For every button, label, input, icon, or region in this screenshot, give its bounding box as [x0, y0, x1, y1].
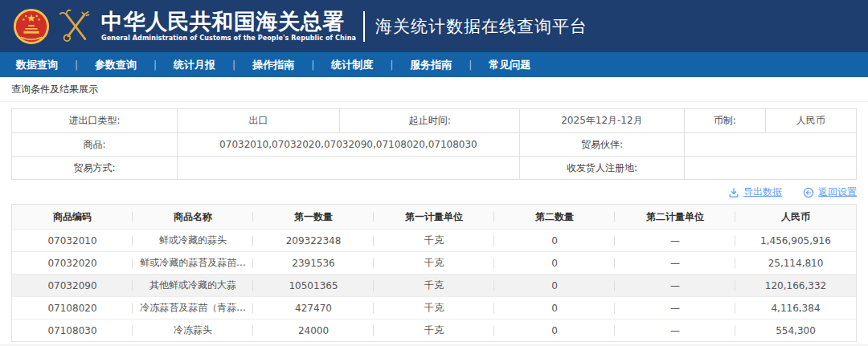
condition-value-commodity: 07032010,07032020,07032090,07108020,0710… — [178, 133, 520, 156]
nav-separator: | — [469, 59, 472, 71]
column-header-rmb: 人民币 — [735, 205, 856, 229]
condition-value-registration-place — [685, 157, 856, 179]
return-back-icon — [803, 187, 814, 198]
nav-item-operation-guide[interactable]: 操作指南 — [252, 58, 294, 72]
column-header-second-unit: 第二计量单位 — [615, 205, 735, 229]
condition-row: 商品: 07032010,07032020,07032090,07108020,… — [12, 132, 856, 156]
query-conditions-table: 进出口类型: 出口 起止时间: 2025年12月-12月 币制: 人民币 商品:… — [11, 108, 857, 180]
cell-commodity-name: 冷冻蒜头 — [133, 320, 253, 341]
nav-separator: | — [154, 59, 157, 71]
condition-label-time-range: 起止时间: — [340, 109, 520, 132]
app-header: 中华人民共和国海关总署 General Administration of Cu… — [0, 0, 868, 52]
platform-title: 海关统计数据在线查询平台 — [375, 15, 588, 38]
nav-item-data-query[interactable]: 数据查询 — [16, 58, 58, 72]
table-row[interactable]: 07032010 鲜或冷藏的蒜头 209322348 千克 0 — 1,456,… — [12, 229, 856, 251]
cell-commodity-name: 鲜或冷藏的蒜苔及蒜苗... — [133, 252, 253, 274]
condition-value-trade-mode — [178, 157, 520, 179]
column-header-commodity-name: 商品名称 — [133, 205, 253, 229]
results-toolbar: 导出数据 返回设置 — [11, 184, 857, 201]
cell-first-unit: 千克 — [374, 275, 494, 296]
condition-value-trade-partner — [685, 133, 856, 156]
column-header-second-quantity: 第二数量 — [494, 205, 615, 229]
cell-first-unit: 千克 — [374, 297, 494, 319]
org-name-english: General Administration of Customs of the… — [101, 35, 356, 42]
export-data-label: 导出数据 — [743, 185, 782, 199]
download-icon — [728, 187, 739, 198]
cell-second-quantity: 0 — [494, 275, 615, 296]
nav-separator: | — [311, 59, 314, 71]
table-row[interactable]: 07108030 冷冻蒜头 24000 千克 0 — 554,300 — [12, 319, 856, 341]
return-settings-label: 返回设置 — [818, 185, 857, 199]
cell-commodity-name: 鲜或冷藏的蒜头 — [133, 230, 253, 251]
nav-item-monthly-report[interactable]: 统计月报 — [174, 58, 215, 72]
condition-value-time-range: 2025年12月-12月 — [520, 109, 685, 132]
cell-commodity-code: 07032090 — [12, 275, 133, 296]
customs-emblem-icon — [58, 7, 93, 46]
cell-rmb: 1,456,905,916 — [735, 230, 856, 251]
cell-commodity-code: 07032020 — [12, 252, 133, 274]
cell-first-quantity: 2391536 — [253, 252, 374, 274]
cell-commodity-code: 07108030 — [12, 320, 133, 341]
org-title-block: 中华人民共和国海关总署 General Administration of Cu… — [101, 10, 356, 42]
nav-item-service-guide[interactable]: 服务指南 — [410, 58, 452, 72]
results-table-header: 商品编码 商品名称 第一数量 第一计量单位 第二数量 第二计量单位 人民币 — [12, 205, 856, 229]
cell-commodity-code: 07032010 — [12, 230, 133, 251]
nav-item-statistics-system[interactable]: 统计制度 — [331, 58, 373, 72]
cell-commodity-code: 07108020 — [12, 297, 133, 319]
cell-first-quantity: 10501365 — [253, 275, 374, 296]
cell-rmb: 554,300 — [735, 320, 856, 341]
cell-second-quantity: 0 — [494, 320, 615, 341]
cell-first-quantity: 209322348 — [253, 230, 374, 251]
cell-second-unit: — — [615, 230, 735, 251]
condition-label-currency: 币制: — [685, 109, 766, 132]
table-row[interactable]: 07108020 冷冻蒜苔及蒜苗（青蒜... 427470 千克 0 — 4,1… — [12, 296, 856, 319]
condition-row: 贸易方式: 收发货人注册地: — [12, 156, 856, 179]
export-data-link[interactable]: 导出数据 — [728, 185, 782, 199]
national-emblem-icon — [13, 8, 50, 45]
cell-second-quantity: 0 — [494, 252, 615, 274]
cell-second-unit: — — [615, 320, 735, 341]
cell-second-unit: — — [615, 297, 735, 319]
table-row[interactable]: 07032020 鲜或冷藏的蒜苔及蒜苗... 2391536 千克 0 — 25… — [12, 251, 856, 274]
condition-value-io-type: 出口 — [178, 109, 341, 132]
cell-second-quantity: 0 — [494, 230, 615, 251]
cell-rmb: 25,114,810 — [735, 252, 856, 274]
header-divider — [363, 11, 365, 42]
condition-label-io-type: 进出口类型: — [12, 109, 178, 132]
nav-item-faq[interactable]: 常见问题 — [489, 58, 530, 72]
cell-rmb: 120,166,332 — [735, 275, 856, 296]
cell-rmb: 4,116,384 — [735, 297, 856, 319]
cell-second-unit: — — [615, 252, 735, 274]
condition-label-registration-place: 收发货人注册地: — [520, 157, 685, 179]
condition-label-trade-mode: 贸易方式: — [12, 157, 178, 179]
cell-first-quantity: 427470 — [253, 297, 374, 319]
breadcrumb-bar: 查询条件及结果展示 — [0, 77, 868, 102]
cell-commodity-name: 冷冻蒜苔及蒜苗（青蒜... — [133, 297, 253, 319]
condition-label-trade-partner: 贸易伙伴: — [520, 133, 685, 156]
cell-second-unit: — — [615, 275, 735, 296]
cell-first-unit: 千克 — [374, 252, 494, 274]
nav-separator: | — [390, 59, 393, 71]
condition-value-currency: 人民币 — [766, 109, 856, 132]
return-settings-link[interactable]: 返回设置 — [803, 185, 857, 199]
table-row-highlighted[interactable]: 07032090 其他鲜或冷藏的大蒜 10501365 千克 0 — 120,1… — [12, 274, 856, 296]
nav-separator: | — [75, 59, 78, 71]
column-header-commodity-code: 商品编码 — [12, 205, 133, 229]
results-table: 商品编码 商品名称 第一数量 第一计量单位 第二数量 第二计量单位 人民币 07… — [11, 204, 857, 342]
breadcrumb: 查询条件及结果展示 — [11, 83, 98, 96]
condition-label-commodity: 商品: — [12, 133, 178, 156]
main-nav: 数据查询 | 参数查询 | 统计月报 | 操作指南 | 统计制度 | 服务指南 … — [0, 52, 868, 77]
cell-first-unit: 千克 — [374, 230, 494, 251]
column-header-first-unit: 第一计量单位 — [374, 205, 494, 229]
cell-first-quantity: 24000 — [253, 320, 374, 341]
cell-second-quantity: 0 — [494, 297, 615, 319]
org-name: 中华人民共和国海关总署 — [101, 10, 356, 33]
cell-commodity-name: 其他鲜或冷藏的大蒜 — [133, 275, 253, 296]
nav-item-param-query[interactable]: 参数查询 — [95, 58, 137, 72]
nav-separator: | — [232, 59, 235, 71]
cell-first-unit: 千克 — [374, 320, 494, 341]
condition-row: 进出口类型: 出口 起止时间: 2025年12月-12月 币制: 人民币 — [12, 109, 856, 132]
column-header-first-quantity: 第一数量 — [253, 205, 374, 229]
